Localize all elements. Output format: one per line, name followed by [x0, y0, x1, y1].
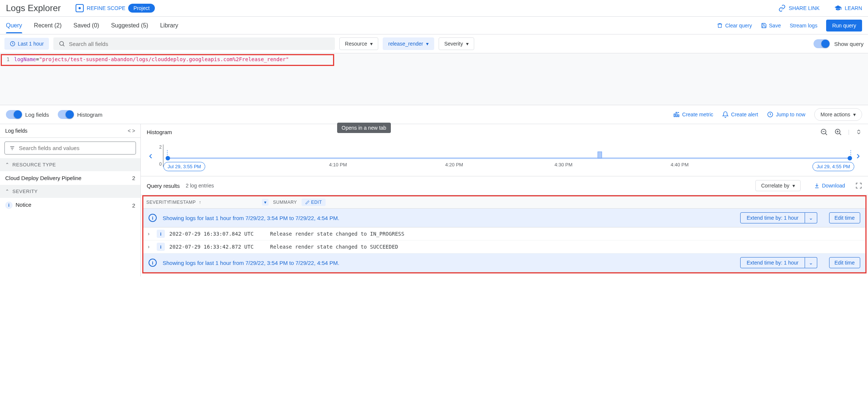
timeline[interactable]: Jul 29, 3:55 PM 4:10 PM 4:20 PM 4:30 PM … [167, 139, 850, 172]
expand-icon[interactable]: › [147, 231, 152, 237]
col-timestamp-label: TIMESTAMP [169, 200, 196, 205]
col-timestamp[interactable]: TIMESTAMP ↑ ▾ [169, 199, 269, 206]
query-text: logName="projects/test-suspend-abandon/l… [14, 56, 289, 62]
jump-to-now-button[interactable]: Jump to now [767, 111, 805, 118]
trash-icon [717, 23, 723, 29]
clear-query-button[interactable]: Clear query [717, 23, 752, 29]
resource-filter[interactable]: Resource ▾ [339, 37, 378, 50]
time-range-chip[interactable]: Last 1 hour [4, 38, 49, 50]
chevron-up-icon: ⌃ [5, 162, 10, 167]
info-icon: i [149, 214, 157, 222]
content-panel: Opens in a new tab Histogram | ‹ 2 0 [141, 124, 868, 276]
chevron-down-icon: ▾ [370, 41, 373, 47]
chevron-down-icon: ▾ [853, 112, 856, 117]
download-button[interactable]: Download [814, 183, 845, 189]
search-icon [59, 40, 65, 47]
link-icon [778, 4, 786, 12]
clear-query-label: Clear query [725, 23, 752, 29]
main-area: Log fields < > ⌃ RESOURCE TYPE Cloud Dep… [0, 124, 868, 276]
learn-button[interactable]: LEARN [834, 4, 862, 12]
severity-filter[interactable]: Severity ▾ [439, 37, 474, 50]
correlate-button[interactable]: Correlate by ▾ [755, 180, 800, 191]
log-fields-toggle[interactable] [6, 110, 22, 119]
clock-icon [10, 41, 16, 47]
next-arrow[interactable]: › [854, 150, 862, 162]
correlate-label: Correlate by [761, 183, 789, 189]
stream-logs-button[interactable]: Stream logs [790, 23, 818, 29]
refine-scope-button[interactable]: REFINE SCOPE Project [76, 4, 155, 13]
results-highlight-box: SEVERITY TIMESTAMP ↑ ▾ SUMMARY EDIT i Sh… [142, 195, 867, 273]
save-button[interactable]: Save [761, 23, 781, 29]
histogram-label: Histogram [77, 112, 102, 118]
tab-library[interactable]: Library [160, 18, 178, 33]
extend-dropdown-icon[interactable]: ⌄ [805, 257, 817, 268]
expand-icon[interactable]: › [147, 244, 152, 250]
extend-time-button[interactable]: Extend time by: 1 hour ⌄ [740, 257, 817, 268]
fullscreen-icon[interactable] [855, 182, 862, 189]
severity-value: Notice [16, 202, 31, 208]
logname-filter[interactable]: release_render ▾ [383, 37, 434, 50]
create-alert-button[interactable]: Create alert [722, 111, 758, 118]
chevron-down-icon: ▾ [426, 41, 429, 47]
zoom-out-icon[interactable] [820, 128, 828, 136]
prev-arrow[interactable]: ‹ [147, 150, 154, 162]
learn-label: LEARN [845, 5, 862, 11]
log-row[interactable]: › i 2022-07-29 16:33:07.842 UTC Release … [143, 227, 865, 240]
download-icon [814, 183, 820, 189]
create-metric-button[interactable]: Create metric [673, 111, 713, 118]
extend-main-label: Extend time by: 1 hour [740, 257, 805, 268]
metric-icon [673, 111, 680, 118]
search-box[interactable] [53, 37, 335, 50]
info-banner-bottom: i Showing logs for last 1 hour from 7/29… [143, 253, 865, 272]
resource-type-section[interactable]: ⌃ RESOURCE TYPE [0, 158, 140, 171]
end-dot[interactable] [848, 156, 852, 160]
info-icon: i [149, 259, 157, 267]
tab-query[interactable]: Query [6, 18, 22, 33]
run-query-button[interactable]: Run query [826, 20, 862, 31]
banner-text: Showing logs for last 1 hour from 7/29/2… [163, 215, 734, 221]
search-input[interactable] [69, 41, 330, 47]
download-label: Download [822, 183, 845, 189]
sidebar-search[interactable] [4, 142, 136, 154]
tick-2: 4:30 PM [555, 162, 572, 167]
log-timestamp: 2022-07-29 16:33:42.872 UTC [169, 244, 266, 250]
timestamp-dropdown-icon[interactable]: ▾ [262, 199, 269, 206]
zoom-in-icon[interactable] [834, 128, 842, 136]
severity-row[interactable]: iNotice 2 [0, 198, 140, 213]
edit-time-button[interactable]: Edit time [829, 257, 860, 268]
tab-recent[interactable]: Recent (2) [34, 18, 62, 33]
more-actions-button[interactable]: More actions ▾ [814, 108, 862, 121]
extend-dropdown-icon[interactable]: ⌄ [805, 212, 817, 223]
resource-type-header: RESOURCE TYPE [13, 162, 56, 167]
tooltip: Opens in a new tab [337, 123, 391, 133]
timeline-track [167, 157, 850, 159]
col-severity[interactable]: SEVERITY [146, 200, 169, 205]
sidebar-search-input[interactable] [19, 145, 131, 151]
severity-section[interactable]: ⌃ SEVERITY [0, 185, 140, 198]
histogram-section: Opens in a new tab Histogram | ‹ 2 0 [141, 124, 868, 176]
chevron-down-icon: ▾ [466, 41, 469, 47]
results-header: Query results 2 log entries Correlate by… [141, 176, 868, 195]
tab-suggested[interactable]: Suggested (5) [111, 18, 149, 33]
query-string: "projects/test-suspend-abandon/logs/clou… [39, 56, 289, 62]
filter-row: Last 1 hour Resource ▾ release_render ▾ … [0, 34, 868, 53]
show-query-toggle[interactable] [814, 39, 830, 48]
query-keyword: logName [14, 56, 36, 62]
share-link-button[interactable]: SHARE LINK [778, 4, 819, 12]
create-metric-label: Create metric [682, 112, 713, 117]
log-row[interactable]: › i 2022-07-29 16:33:42.872 UTC Release … [143, 240, 865, 253]
edit-summary-button[interactable]: EDIT [302, 199, 326, 206]
tab-saved[interactable]: Saved (0) [73, 18, 99, 33]
start-dot[interactable] [166, 156, 170, 160]
edit-time-button[interactable]: Edit time [829, 212, 860, 223]
create-alert-label: Create alert [731, 112, 758, 117]
y-axis: 2 0 [158, 144, 163, 167]
tick-3: 4:40 PM [671, 162, 688, 167]
collapse-icon[interactable] [855, 129, 862, 135]
query-editor[interactable]: 1 logName="projects/test-suspend-abandon… [0, 53, 868, 105]
extend-time-button[interactable]: Extend time by: 1 hour ⌄ [740, 212, 817, 223]
extend-main-label: Extend time by: 1 hour [740, 212, 805, 223]
resource-type-row[interactable]: Cloud Deploy Delivery Pipeline 2 [0, 171, 140, 185]
expand-collapse-icon[interactable]: < > [128, 128, 135, 134]
histogram-toggle[interactable] [58, 110, 74, 119]
